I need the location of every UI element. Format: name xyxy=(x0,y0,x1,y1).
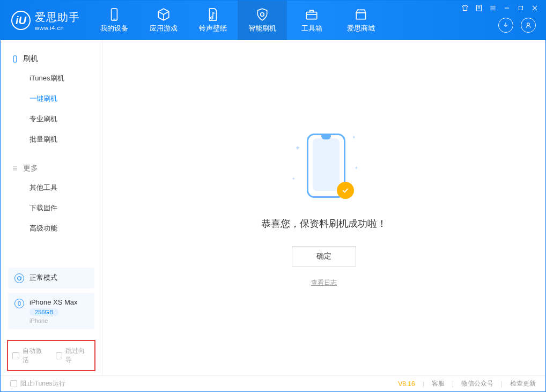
auto-activate-checkbox[interactable]: 自动激活 xyxy=(12,346,47,365)
header-right xyxy=(461,1,545,40)
sidebar-item-advanced[interactable]: 高级功能 xyxy=(1,218,102,239)
store-icon xyxy=(354,8,368,21)
checkbox-icon xyxy=(56,352,63,359)
phone-small-icon xyxy=(14,299,24,308)
tab-label: 我的设备 xyxy=(100,24,128,33)
device-mode-card[interactable]: 正常模式 xyxy=(8,268,94,289)
wechat-link[interactable]: 微信公众号 xyxy=(461,379,493,388)
device-capacity: 256GB xyxy=(29,308,58,316)
menu-icon[interactable] xyxy=(489,4,497,12)
check-badge-icon xyxy=(337,182,354,199)
checkbox-label: 自动激活 xyxy=(23,346,47,365)
svg-point-14 xyxy=(527,23,530,26)
logo-icon: iU xyxy=(11,11,31,30)
window-controls xyxy=(461,4,539,12)
device-type: iPhone xyxy=(29,317,78,324)
tab-label: 应用游戏 xyxy=(150,24,178,33)
tab-label: 爱思商城 xyxy=(347,24,375,33)
account-button[interactable] xyxy=(521,18,536,33)
skip-guide-checkbox[interactable]: 跳过向导 xyxy=(56,346,91,365)
feedback-icon[interactable] xyxy=(475,4,483,12)
toolbox-icon xyxy=(305,8,319,21)
list-icon xyxy=(11,165,19,172)
checkbox-icon xyxy=(12,352,19,359)
confirm-button[interactable]: 确定 xyxy=(292,246,356,267)
device-name: iPhone XS Max xyxy=(29,298,78,306)
success-illustration: ✦ ✦ ✦ ✦ xyxy=(292,128,356,209)
svg-rect-2 xyxy=(306,12,317,19)
refresh-icon xyxy=(14,273,24,283)
device-icon xyxy=(11,55,19,63)
close-button[interactable] xyxy=(530,4,539,12)
sidebar-item-itunes-flash[interactable]: iTunes刷机 xyxy=(1,68,102,88)
tab-apps-games[interactable]: 应用游戏 xyxy=(139,1,188,40)
sidebar-item-download-firmware[interactable]: 下载固件 xyxy=(1,198,102,218)
checkbox-icon xyxy=(10,380,17,387)
tab-flash[interactable]: 智能刷机 xyxy=(238,1,287,40)
sidebar-group-more: 更多 xyxy=(1,159,102,177)
check-update-link[interactable]: 检查更新 xyxy=(510,379,536,388)
block-itunes-checkbox[interactable]: 阻止iTunes运行 xyxy=(10,379,65,388)
group-title: 刷机 xyxy=(23,54,38,64)
sidebar-item-other-tools[interactable]: 其他工具 xyxy=(1,177,102,198)
svg-rect-0 xyxy=(112,9,117,20)
sidebar-item-onekey-flash[interactable]: 一键刷机 xyxy=(1,88,102,109)
version-label: V8.16 xyxy=(398,380,415,388)
tab-ringtone-wallpaper[interactable]: 铃声壁纸 xyxy=(188,1,238,40)
minimize-button[interactable] xyxy=(503,4,511,12)
app-header: iU 爱思助手 www.i4.cn 我的设备 应用游戏 铃声壁纸 智能刷机 工具… xyxy=(1,1,545,40)
device-info-card[interactable]: iPhone XS Max 256GB iPhone xyxy=(8,293,94,329)
phone-icon xyxy=(107,8,121,21)
music-file-icon xyxy=(206,8,220,21)
sidebar-group-flash: 刷机 xyxy=(1,50,102,68)
svg-rect-11 xyxy=(519,6,523,10)
customer-service-link[interactable]: 客服 xyxy=(432,379,445,388)
device-mode-label: 正常模式 xyxy=(29,273,57,283)
checkbox-label: 跳过向导 xyxy=(65,346,90,365)
tab-label: 工具箱 xyxy=(301,24,322,33)
top-tabs: 我的设备 应用游戏 铃声壁纸 智能刷机 工具箱 爱思商城 xyxy=(90,1,386,40)
footer: 阻止iTunes运行 V8.16 | 客服 | 微信公众号 | 检查更新 xyxy=(1,375,545,391)
svg-rect-15 xyxy=(13,56,17,62)
skin-icon[interactable] xyxy=(461,4,469,12)
logo: iU 爱思助手 www.i4.cn xyxy=(1,1,90,40)
options-highlight-box: 自动激活 跳过向导 xyxy=(7,340,95,371)
success-message: 恭喜您，保资料刷机成功啦！ xyxy=(261,217,387,230)
tab-label: 铃声壁纸 xyxy=(199,24,227,33)
sidebar-item-batch-flash[interactable]: 批量刷机 xyxy=(1,129,102,150)
maximize-button[interactable] xyxy=(517,4,525,12)
tab-store[interactable]: 爱思商城 xyxy=(336,1,386,40)
app-name: 爱思助手 xyxy=(35,10,80,25)
tab-toolbox[interactable]: 工具箱 xyxy=(287,1,336,40)
view-log-link[interactable]: 查看日志 xyxy=(311,278,337,287)
cube-icon xyxy=(157,8,171,21)
main-content: ✦ ✦ ✦ ✦ 恭喜您，保资料刷机成功啦！ 确定 查看日志 xyxy=(102,40,545,375)
sidebar-item-pro-flash[interactable]: 专业刷机 xyxy=(1,109,102,129)
svg-rect-19 xyxy=(18,302,20,306)
group-title: 更多 xyxy=(23,164,38,173)
shield-refresh-icon xyxy=(255,8,269,21)
app-url: www.i4.cn xyxy=(35,25,80,31)
tab-my-device[interactable]: 我的设备 xyxy=(90,1,139,40)
checkbox-label: 阻止iTunes运行 xyxy=(20,379,65,388)
sidebar: 刷机 iTunes刷机 一键刷机 专业刷机 批量刷机 更多 其他工具 下载固件 … xyxy=(1,40,102,375)
tab-label: 智能刷机 xyxy=(248,24,276,33)
svg-rect-3 xyxy=(356,13,365,19)
download-button[interactable] xyxy=(498,18,513,33)
